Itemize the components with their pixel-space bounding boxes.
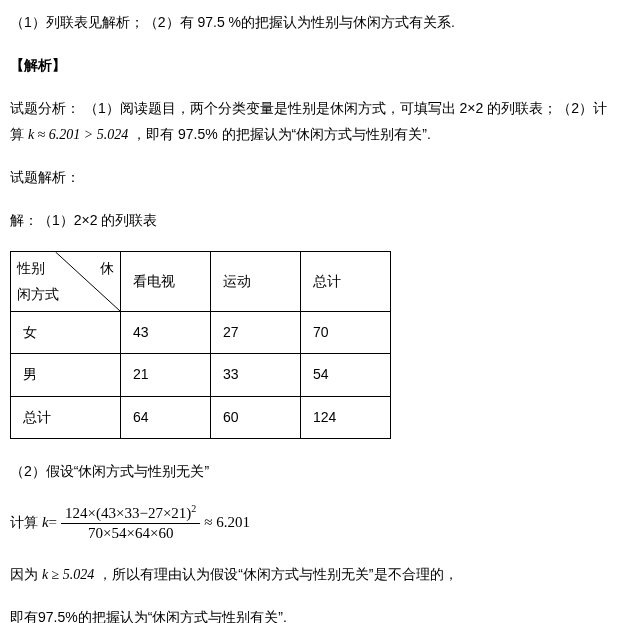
calculation-line: 计算 k = 124×(43×33−27×21)2 70×54×64×60 ≈ … [10, 502, 620, 544]
calc-k: k [42, 509, 49, 536]
cell: 70 [301, 312, 391, 354]
header-leisure-char1: 休 [100, 256, 114, 281]
header-leisure-char2: 闲方式 [17, 282, 59, 307]
analysis-text-2: ，即有 97.5% 的把握认为“休闲方式与性别有关”. [132, 126, 431, 142]
conclusion-line: 即有97.5%的把握认为“休闲方式与性别有关”. [10, 605, 620, 623]
cell: 27 [211, 312, 301, 354]
table-header-row: 性别 休 闲方式 看电视 运动 总计 [11, 252, 391, 312]
cell: 21 [121, 354, 211, 396]
cell: 43 [121, 312, 211, 354]
calc-num-text: 124×(43×33−27×21) [65, 505, 191, 521]
analysis-expression: k ≈ 6.201 > 5.024 [28, 127, 128, 142]
contingency-table: 性别 休 闲方式 看电视 运动 总计 女 43 27 70 男 21 33 54… [10, 251, 391, 439]
because-suffix: ，所以有理由认为假设“休闲方式与性别无关”是不合理的， [98, 566, 457, 582]
solution-label: 试题解析： [10, 165, 620, 190]
solution-line-1: 解：（1）2×2 的列联表 [10, 208, 620, 233]
cell: 54 [301, 354, 391, 396]
table-col-total: 总计 [301, 252, 391, 312]
because-line: 因为 k ≥ 5.024 ，所以有理由认为假设“休闲方式与性别无关”是不合理的， [10, 562, 620, 587]
table-row: 男 21 33 54 [11, 354, 391, 396]
calc-exponent: 2 [191, 503, 196, 514]
cell: 33 [211, 354, 301, 396]
because-prefix: 因为 [10, 566, 38, 582]
row-label: 女 [11, 312, 121, 354]
analysis-header: 【解析】 [10, 53, 620, 78]
table-row: 女 43 27 70 [11, 312, 391, 354]
calc-numerator: 124×(43×33−27×21)2 [61, 502, 200, 525]
calc-fraction: 124×(43×33−27×21)2 70×54×64×60 [61, 502, 200, 544]
calc-formula: k = 124×(43×33−27×21)2 70×54×64×60 ≈ 6.2… [42, 502, 250, 544]
cell: 64 [121, 396, 211, 438]
row-label: 男 [11, 354, 121, 396]
summary-line: （1）列联表见解析；（2）有 97.5 %的把握认为性别与休闲方式有关系. [10, 10, 620, 35]
because-expression: k ≥ 5.024 [42, 567, 94, 582]
cell: 124 [301, 396, 391, 438]
calc-denominator: 70×54×64×60 [84, 524, 177, 544]
cell: 60 [211, 396, 301, 438]
calc-prefix: 计算 [10, 514, 38, 530]
calc-approx: ≈ 6.201 [204, 509, 250, 536]
table-col-sport: 运动 [211, 252, 301, 312]
analysis-paragraph: 试题分析： （1）阅读题目，两个分类变量是性别是休闲方式，可填写出 2×2 的列… [10, 96, 620, 146]
header-gender-label: 性别 [17, 256, 45, 281]
analysis-label: 试题分析： [10, 100, 80, 116]
calc-eq: = [49, 509, 57, 536]
row-label: 总计 [11, 396, 121, 438]
table-col-tv: 看电视 [121, 252, 211, 312]
table-row: 总计 64 60 124 [11, 396, 391, 438]
table-header-diagonal: 性别 休 闲方式 [11, 252, 121, 312]
part2-hypothesis: （2）假设“休闲方式与性别无关” [10, 459, 620, 484]
